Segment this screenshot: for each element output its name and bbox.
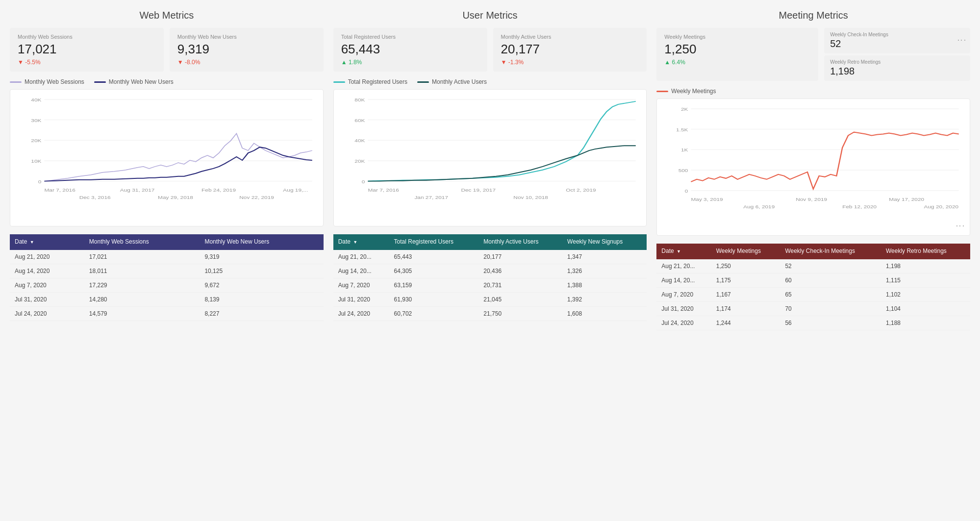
svg-text:Nov 9, 2019: Nov 9, 2019 [796, 197, 828, 202]
svg-text:1K: 1K [681, 147, 688, 152]
svg-text:0: 0 [38, 179, 42, 184]
meeting-kpi-checkin-value: 52 [830, 38, 964, 50]
more-options-icon[interactable]: ⋮ [957, 36, 966, 46]
user-chart: 80K 60K 40K 20K 0 Mar 7, 2016 Dec 19, 20… [333, 89, 647, 226]
up-arrow-icon: ▲ [341, 59, 347, 66]
web-table-row: Aug 14, 202018,01110,125 [10, 264, 324, 278]
svg-text:0: 0 [685, 188, 688, 194]
svg-text:20K: 20K [354, 158, 365, 164]
svg-text:80K: 80K [354, 97, 365, 102]
svg-text:Nov 22, 2019: Nov 22, 2019 [239, 195, 274, 200]
svg-text:1.5K: 1.5K [676, 127, 688, 132]
svg-text:20K: 20K [31, 138, 42, 143]
user-kpi-active-change: ▼ -1.3% [501, 59, 639, 66]
meeting-kpi-main-change: ▲ 6.4% [664, 59, 810, 66]
web-kpi-sessions: Monthly Web Sessions 17,021 ▼ -5.5% [10, 28, 164, 72]
web-table-row: Jul 24, 202014,5798,227 [10, 306, 324, 321]
web-table-header-sessions: Monthly Web Sessions [84, 234, 200, 250]
down-arrow-icon: ▼ [18, 59, 24, 66]
web-legend-sessions-line [10, 81, 22, 83]
meeting-kpi-main-value: 1,250 [664, 42, 810, 57]
user-table-row: Jul 24, 202060,70221,7501,608 [333, 306, 647, 321]
user-legend: Total Registered Users Monthly Active Us… [333, 78, 647, 85]
meeting-legend: Weekly Meetings [656, 88, 970, 95]
svg-text:30K: 30K [31, 118, 42, 123]
web-table-header-date[interactable]: Date ▼ [10, 234, 84, 250]
user-legend-registered-label: Total Registered Users [348, 78, 407, 85]
svg-text:10K: 10K [31, 158, 42, 164]
svg-text:60K: 60K [354, 118, 365, 123]
user-table-row: Jul 31, 202061,93021,0451,392 [333, 292, 647, 306]
svg-text:Feb 12, 2020: Feb 12, 2020 [843, 204, 877, 209]
meeting-table-header-checkin: Weekly Check-In Meetings [780, 244, 881, 259]
meeting-chart: 2K 1.5K 1K 500 0 May 3, 2019 Nov 9, 2019… [656, 99, 970, 236]
meeting-kpi-checkin: Weekly Check-In Meetings 52 ⋮ [824, 28, 970, 53]
svg-text:Nov 10, 2018: Nov 10, 2018 [513, 195, 548, 200]
dashboard: Web Metrics Monthly Web Sessions 17,021 … [10, 10, 970, 330]
web-kpi-new-users-change: ▼ -8.0% [177, 59, 316, 66]
meeting-kpi-row: Weekly Meetings 1,250 ▲ 6.4% Weekly Chec… [656, 28, 970, 81]
meeting-kpi-side: Weekly Check-In Meetings 52 ⋮ Weekly Ret… [824, 28, 970, 81]
user-table-body: Aug 21, 20...65,44320,1771,347Aug 14, 20… [333, 250, 647, 321]
meeting-table-header-date[interactable]: Date ▼ [656, 244, 711, 259]
svg-text:Mar 7, 2016: Mar 7, 2016 [368, 187, 399, 193]
user-table-header-date[interactable]: Date ▼ [333, 234, 389, 250]
meeting-table-header-retro: Weekly Retro Meetings [881, 244, 970, 259]
meeting-table-body: Aug 21, 20...1,250521,198Aug 14, 20...1,… [656, 259, 970, 330]
user-kpi-registered-label: Total Registered Users [341, 34, 479, 40]
user-kpi-registered-value: 65,443 [341, 42, 479, 57]
svg-text:Dec 3, 2016: Dec 3, 2016 [79, 195, 111, 200]
svg-text:Aug 20, 2020: Aug 20, 2020 [924, 204, 959, 209]
web-kpi-row: Monthly Web Sessions 17,021 ▼ -5.5% Mont… [10, 28, 324, 72]
user-table-row: Aug 7, 202063,15920,7311,388 [333, 278, 647, 292]
user-kpi-registered: Total Registered Users 65,443 ▲ 1.8% [333, 28, 487, 72]
meeting-metrics-section: Meeting Metrics Weekly Meetings 1,250 ▲ … [656, 10, 970, 330]
web-legend: Monthly Web Sessions Monthly Web New Use… [10, 78, 324, 85]
web-legend-new-users: Monthly Web New Users [94, 78, 174, 85]
user-legend-registered-line [333, 81, 345, 83]
web-kpi-sessions-change: ▼ -5.5% [18, 59, 156, 66]
user-legend-active-label: Monthly Active Users [432, 78, 487, 85]
svg-text:0: 0 [361, 179, 365, 184]
user-table-header-signups: Weekly New Signups [562, 234, 647, 250]
web-metrics-title: Web Metrics [10, 10, 324, 21]
web-table: Date ▼ Monthly Web Sessions Monthly Web … [10, 234, 324, 321]
user-kpi-active-value: 20,177 [501, 42, 639, 57]
user-metrics-section: User Metrics Total Registered Users 65,4… [333, 10, 647, 330]
user-kpi-registered-change: ▲ 1.8% [341, 59, 479, 66]
meeting-kpi-retro-label: Weekly Retro Meetings [830, 59, 964, 65]
down-arrow-icon-3: ▼ [501, 59, 507, 66]
meeting-metrics-title: Meeting Metrics [656, 10, 970, 21]
user-table-row: Aug 14, 20...64,30520,4361,326 [333, 264, 647, 278]
web-kpi-sessions-label: Monthly Web Sessions [18, 34, 156, 40]
user-table-row: Aug 21, 20...65,44320,1771,347 [333, 250, 647, 264]
svg-text:40K: 40K [31, 97, 42, 102]
user-table: Date ▼ Total Registered Users Monthly Ac… [333, 234, 647, 321]
web-table-header-new-users: Monthly Web New Users [200, 234, 323, 250]
web-legend-new-users-label: Monthly Web New Users [109, 78, 174, 85]
svg-text:40K: 40K [354, 138, 365, 143]
svg-text:May 29, 2018: May 29, 2018 [158, 195, 193, 200]
chart-more-options-icon[interactable]: ⋮ [955, 222, 966, 231]
svg-text:Aug 6, 2019: Aug 6, 2019 [744, 204, 775, 209]
web-table-row: Aug 21, 202017,0219,319 [10, 250, 324, 264]
svg-text:Jan 27, 2017: Jan 27, 2017 [414, 195, 448, 200]
svg-text:Mar 7, 2016: Mar 7, 2016 [44, 187, 75, 193]
web-legend-sessions: Monthly Web Sessions [10, 78, 84, 85]
web-metrics-section: Web Metrics Monthly Web Sessions 17,021 … [10, 10, 324, 330]
web-kpi-new-users-label: Monthly Web New Users [177, 34, 316, 40]
user-kpi-active: Monthly Active Users 20,177 ▼ -1.3% [493, 28, 647, 72]
user-kpi-row: Total Registered Users 65,443 ▲ 1.8% Mon… [333, 28, 647, 72]
meeting-table-row: Aug 7, 20201,167651,102 [656, 287, 970, 301]
meeting-kpi-main: Weekly Meetings 1,250 ▲ 6.4% [656, 28, 818, 81]
meeting-legend-weekly: Weekly Meetings [656, 88, 716, 95]
svg-text:May 17, 2020: May 17, 2020 [889, 197, 925, 202]
svg-text:500: 500 [678, 168, 688, 173]
svg-text:Feb 24, 2019: Feb 24, 2019 [201, 187, 236, 193]
meeting-table-header-weekly: Weekly Meetings [711, 244, 780, 259]
web-kpi-new-users-value: 9,319 [177, 42, 316, 57]
svg-text:2K: 2K [681, 106, 688, 112]
user-legend-active-line [417, 81, 429, 83]
meeting-table-row: Aug 14, 20...1,175601,115 [656, 273, 970, 287]
user-metrics-title: User Metrics [333, 10, 647, 21]
